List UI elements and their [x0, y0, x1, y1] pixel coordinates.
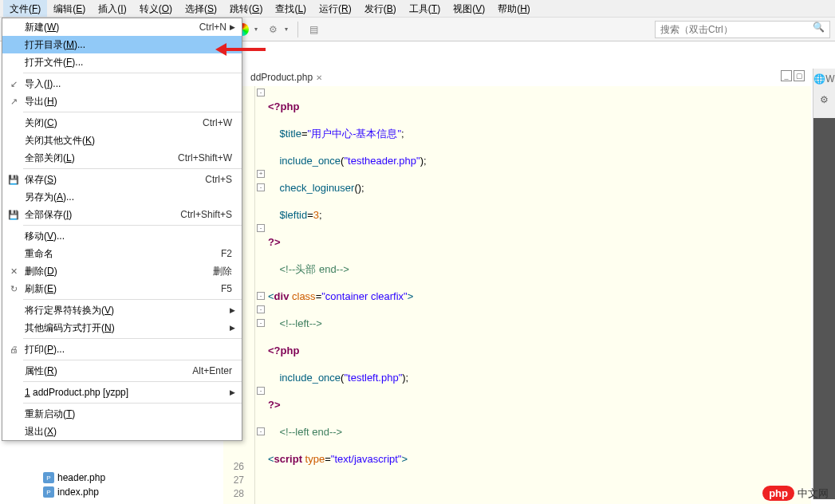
code-content: <?php $title="用户中心-基本信息"; include_once("…	[268, 86, 811, 504]
submenu-arrow-icon: ▶	[230, 306, 235, 314]
menu-item[interactable]: 💾保存(S)Ctrl+S	[2, 171, 242, 188]
menubar-item-l[interactable]: 查找(L)	[269, 0, 313, 17]
search-box: 🔍	[655, 21, 829, 38]
minimize-icon[interactable]: _	[781, 70, 792, 81]
menu-item[interactable]: 新建(W)Ctrl+N▶	[2, 18, 242, 36]
menu-label: 导入(I)...	[25, 77, 235, 91]
tab-filename: ddProduct.php	[250, 72, 313, 83]
menu-shortcut: Ctrl+W	[203, 117, 232, 128]
menu-label: 重新启动(T)	[25, 408, 235, 421]
menu-item[interactable]: 关闭其他文件(K)	[2, 132, 242, 149]
fold-minus-icon[interactable]: -	[257, 319, 265, 327]
dropdown-icon[interactable]: ▾	[254, 26, 261, 33]
menu-item[interactable]: 重命名F2	[2, 245, 242, 262]
menu-label: 1 addProduct.php [yzpp]	[25, 387, 230, 398]
menu-item[interactable]: 将行定界符转换为(V)▶	[2, 301, 242, 319]
menubar-item-s[interactable]: 选择(S)	[179, 0, 223, 17]
fold-minus-icon[interactable]: -	[257, 427, 265, 435]
menu-label: 删除(D)	[25, 265, 213, 278]
menu-item[interactable]: 退出(X)	[2, 423, 242, 440]
file-tree: P header.php P index.php	[24, 471, 215, 504]
menubar-item-b[interactable]: 发行(B)	[358, 0, 403, 17]
tree-item-label: header.php	[57, 472, 105, 483]
menu-item[interactable]: 💾全部保存(I)Ctrl+Shift+S	[2, 206, 242, 223]
dropdown-icon[interactable]: ▾	[285, 26, 291, 33]
maximize-icon[interactable]: ▢	[794, 70, 805, 81]
editor-tab[interactable]: ddProduct.php ✕	[244, 70, 329, 85]
menu-item[interactable]: 关闭(C)Ctrl+W	[2, 114, 242, 132]
menu-item[interactable]: ✕删除(D)删除	[2, 262, 242, 280]
menu-label: 保存(S)	[25, 173, 205, 187]
menu-separator	[23, 403, 242, 404]
tree-item[interactable]: P index.php	[24, 485, 215, 499]
menu-item[interactable]: 🖨打印(P)...	[2, 341, 242, 358]
menu-item[interactable]: ↙导入(I)...	[2, 75, 242, 93]
menu-label: 关闭(C)	[25, 116, 203, 130]
gear-icon[interactable]: ⚙	[817, 93, 832, 107]
php-badge: php	[762, 486, 794, 501]
menubar-item-o[interactable]: 转义(O)	[133, 0, 179, 17]
fold-minus-icon[interactable]: -	[257, 305, 265, 313]
menu-item[interactable]: 打开目录(M)...	[2, 36, 242, 53]
menubar-item-h[interactable]: 帮助(H)	[491, 0, 537, 17]
fold-plus-icon[interactable]: +	[257, 170, 265, 178]
menu-label: 打开目录(M)...	[25, 38, 235, 52]
menu-item[interactable]: 属性(R)Alt+Enter	[2, 362, 242, 380]
menu-item-recent-file[interactable]: 1 addProduct.php [yzpp]▶	[2, 384, 242, 401]
menu-shortcut: Ctrl+N	[199, 22, 226, 33]
menu-label: 全部关闭(L)	[25, 152, 178, 165]
fold-minus-icon[interactable]: -	[257, 224, 265, 232]
menu-label: 刷新(E)	[25, 282, 221, 296]
menu-shortcut: F5	[221, 283, 232, 294]
menu-icon: 🖨	[7, 343, 20, 356]
menu-icon: 💾	[7, 173, 20, 186]
search-icon[interactable]: 🔍	[813, 22, 829, 37]
menu-icon: ↙	[7, 77, 20, 90]
annotation-arrow	[226, 48, 266, 51]
tab-close-icon[interactable]: ✕	[316, 73, 322, 82]
menubar-item-g[interactable]: 跳转(G)	[223, 0, 269, 17]
menu-label: 打印(P)...	[25, 343, 235, 356]
fold-minus-icon[interactable]: -	[257, 387, 265, 395]
watermark-logo: php 中文网	[762, 486, 829, 501]
menubar-item-t[interactable]: 工具(T)	[403, 0, 447, 17]
menu-shortcut: Alt+Enter	[192, 365, 232, 376]
submenu-arrow-icon: ▶	[230, 324, 235, 332]
fold-minus-icon[interactable]: -	[257, 89, 265, 96]
toolbar-gear-icon[interactable]: ⚙	[264, 21, 282, 38]
php-file-icon: P	[43, 486, 54, 498]
menu-item[interactable]: 另存为(A)...	[2, 188, 242, 206]
search-input[interactable]	[655, 21, 830, 38]
menu-item[interactable]: ↻刷新(E)F5	[2, 280, 242, 297]
menu-separator	[23, 338, 242, 339]
menu-label: 重命名	[25, 247, 221, 261]
menubar-item-v[interactable]: 视图(V)	[447, 0, 491, 17]
code-editor[interactable]: - + - - - - - - - <?php $title="用户中心-基本信…	[223, 86, 811, 504]
menu-icon: 💾	[7, 208, 20, 221]
tree-item[interactable]: P header.php	[24, 471, 215, 485]
menubar-item-i[interactable]: 插入(I)	[92, 0, 132, 17]
toolbar-doc-icon[interactable]: ▤	[305, 21, 322, 38]
menubar-item-f[interactable]: 文件(F)	[3, 0, 47, 17]
menu-item[interactable]: ↗导出(H)	[2, 93, 242, 110]
submenu-arrow-icon: ▶	[230, 388, 235, 396]
menubar-item-e[interactable]: 编辑(E)	[47, 0, 92, 17]
menu-item[interactable]: 打开文件(F)...	[2, 53, 242, 71]
menu-separator	[23, 299, 242, 300]
file-dropdown-menu: 新建(W)Ctrl+N▶打开目录(M)...打开文件(F)...↙导入(I)..…	[2, 18, 242, 441]
menu-label: 打开文件(F)...	[25, 56, 235, 69]
menu-label: 其他编码方式打开(N)	[25, 321, 230, 335]
menu-item[interactable]: 全部关闭(L)Ctrl+Shift+W	[2, 149, 242, 167]
menu-shortcut: 删除	[213, 265, 232, 278]
menubar: 文件(F)编辑(E)插入(I)转义(O)选择(S)跳转(G)查找(L)运行(R)…	[0, 0, 835, 18]
menu-item[interactable]: 其他编码方式打开(N)▶	[2, 319, 242, 337]
menu-item[interactable]: 重新启动(T)	[2, 405, 242, 423]
fold-minus-icon[interactable]: -	[257, 292, 265, 300]
menubar-item-r[interactable]: 运行(R)	[313, 0, 358, 17]
menu-item[interactable]: 移动(V)...	[2, 227, 242, 245]
minimap	[813, 118, 835, 499]
php-file-icon: P	[43, 472, 54, 483]
globe-icon[interactable]: 🌐W	[817, 72, 832, 86]
fold-minus-icon[interactable]: -	[257, 183, 265, 191]
menu-separator	[23, 225, 242, 226]
